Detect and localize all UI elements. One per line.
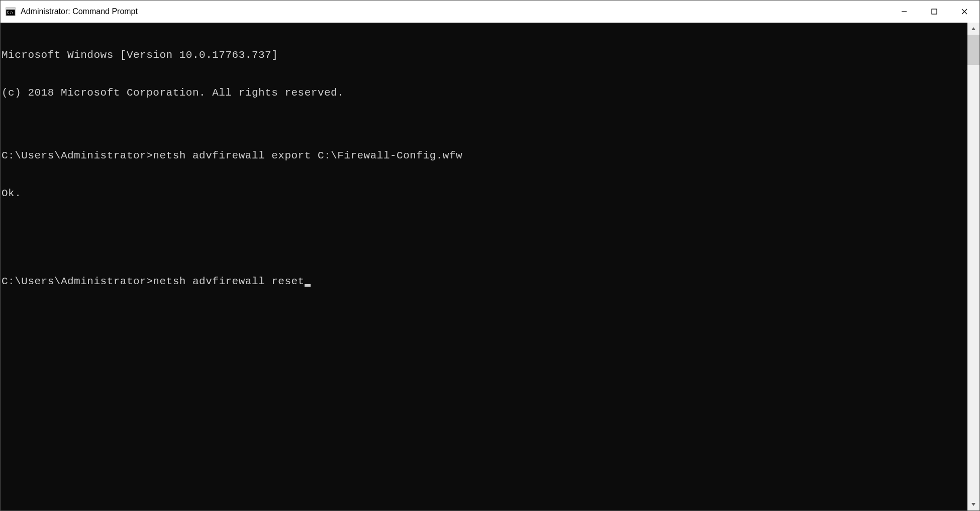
svg-marker-8: [971, 503, 975, 506]
scrollbar-thumb[interactable]: [967, 35, 979, 65]
current-prompt-line: C:\Users\Administrator>netsh advfirewall…: [2, 275, 967, 288]
terminal-line: C:\Users\Administrator>netsh advfirewall…: [2, 149, 967, 162]
terminal-output[interactable]: Microsoft Windows [Version 10.0.17763.73…: [1, 23, 967, 510]
svg-rect-4: [932, 9, 937, 14]
window-title: Administrator: Command Prompt: [21, 7, 889, 16]
cursor: [305, 284, 311, 287]
current-command: netsh advfirewall reset: [153, 276, 304, 287]
minimize-button[interactable]: [889, 1, 919, 23]
close-button[interactable]: [949, 1, 979, 23]
terminal-line: (c) 2018 Microsoft Corporation. All righ…: [2, 87, 967, 99]
window-controls: [889, 1, 979, 23]
svg-marker-7: [971, 27, 975, 30]
command-prompt-window: C:\ Administrator: Command Prompt Micros…: [0, 0, 980, 511]
scrollbar-track[interactable]: [967, 35, 979, 498]
scroll-down-button[interactable]: [967, 498, 979, 510]
svg-text:C:\: C:\: [7, 11, 14, 15]
maximize-button[interactable]: [919, 1, 949, 23]
titlebar[interactable]: C:\ Administrator: Command Prompt: [1, 1, 979, 23]
prompt-text: C:\Users\Administrator>: [2, 276, 153, 287]
terminal-line: Ok.: [2, 187, 967, 200]
scroll-up-button[interactable]: [967, 23, 979, 35]
terminal-line: Microsoft Windows [Version 10.0.17763.73…: [2, 49, 967, 61]
vertical-scrollbar[interactable]: [967, 23, 979, 510]
cmd-icon: C:\: [6, 7, 16, 17]
client-area: Microsoft Windows [Version 10.0.17763.73…: [1, 23, 979, 510]
svg-rect-1: [6, 8, 15, 10]
